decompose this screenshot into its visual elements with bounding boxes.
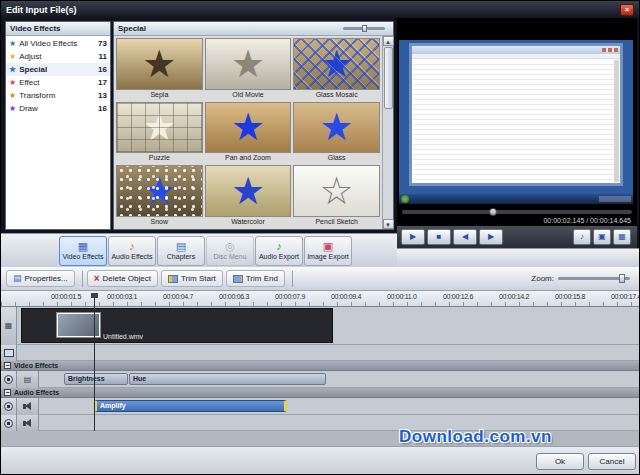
stop-button[interactable]: ■ xyxy=(427,229,451,245)
video-effects-track-row: ▤ BrightnessHue xyxy=(1,371,640,388)
video-effects-lane[interactable]: BrightnessHue xyxy=(39,371,640,388)
effect-thumbnail[interactable]: ★Glass xyxy=(293,102,380,164)
video-track-lane[interactable]: Untitled.wmv xyxy=(17,307,640,345)
slider-handle[interactable] xyxy=(362,25,367,32)
eye-icon[interactable] xyxy=(4,375,13,384)
video-effects-group-header[interactable]: − Video Effects xyxy=(1,361,640,371)
seek-handle[interactable] xyxy=(489,208,497,216)
tab-audio-effects[interactable]: ♪Audio Effects xyxy=(108,236,156,266)
eye-icon[interactable] xyxy=(4,402,13,411)
effect-clip-brightness[interactable]: Brightness xyxy=(64,373,128,385)
collapse-icon[interactable]: − xyxy=(4,362,11,369)
effect-thumbnail[interactable]: ☆Pencil Sketch xyxy=(293,165,380,227)
audio-effect-clip-amplify[interactable]: Amplify xyxy=(94,400,287,412)
video-effects-gutter xyxy=(1,371,17,388)
tab-chapters[interactable]: ▤Chapters xyxy=(157,236,205,266)
effects-category-item[interactable]: ★Transform13 xyxy=(6,89,110,102)
ruler-tick-label: 00:00:17.4 xyxy=(611,293,640,300)
transition-track-icon xyxy=(4,349,14,357)
play-button[interactable]: ▶ xyxy=(401,229,425,245)
cancel-button[interactable]: Cancel xyxy=(588,453,636,470)
scrollbar-thumb[interactable] xyxy=(384,47,393,109)
timeline-zoom-slider[interactable] xyxy=(558,277,630,280)
effect-clip-hue[interactable]: Hue xyxy=(129,373,326,385)
effect-thumbnail[interactable]: ★Old Movie xyxy=(205,38,292,100)
delete-object-button[interactable]: × Delete Object xyxy=(87,270,158,287)
effects-category-item[interactable]: ★Draw16 xyxy=(6,102,110,115)
display-mode-button[interactable]: ▦ xyxy=(613,229,631,245)
delete-object-label: Delete Object xyxy=(103,274,151,283)
effect-thumbnail[interactable]: ★Pan and Zoom xyxy=(205,102,292,164)
video-effects-panel: Video Effects ★All Video Effects73★Adjus… xyxy=(5,21,111,230)
ok-button[interactable]: Ok xyxy=(536,453,584,470)
preview-bottom-strip xyxy=(397,248,640,267)
film-icon: ▦ xyxy=(5,322,13,330)
footer-bar: Ok Cancel xyxy=(1,446,640,475)
effect-preview: ★ xyxy=(205,38,292,90)
volume-button[interactable]: ♪ xyxy=(573,229,591,245)
title-bar[interactable]: Edit Input File(s) × xyxy=(1,1,639,18)
stop-icon: ■ xyxy=(437,233,442,241)
properties-button[interactable]: ▤ Properties... xyxy=(6,270,75,287)
effect-thumbnail[interactable]: ★Watercolor xyxy=(205,165,292,227)
next-frame-button[interactable]: ▶ xyxy=(479,229,503,245)
audio-effects-lane[interactable]: Amplify xyxy=(39,398,640,415)
trim-start-button[interactable]: Trim Start xyxy=(161,270,223,287)
effect-preview: ★ xyxy=(293,38,380,90)
effect-thumbnail[interactable]: ★Sepia xyxy=(116,38,203,100)
transition-track-lane[interactable] xyxy=(17,345,640,361)
transition-track-row xyxy=(1,345,640,361)
category-label: Draw xyxy=(19,104,98,113)
gallery-scrollbar[interactable]: ▲ ▼ xyxy=(382,36,393,229)
zoom-slider-handle[interactable] xyxy=(619,274,625,283)
video-clip[interactable]: Untitled.wmv xyxy=(21,308,333,343)
effects-category-item[interactable]: ★Special16 xyxy=(6,63,110,76)
effects-thumbnail-grid: ★Sepia★Old Movie★Glass Mosaic★Puzzle★Pan… xyxy=(114,36,382,229)
category-count: 17 xyxy=(98,78,107,87)
tab-audio-export[interactable]: ♪Audio Export xyxy=(255,236,303,266)
toolbar-separator xyxy=(292,271,293,287)
tab-image-export[interactable]: ▣Image Export xyxy=(304,236,352,266)
previous-frame-button[interactable]: ◀ xyxy=(453,229,477,245)
trim-start-icon xyxy=(168,275,178,283)
category-count: 13 xyxy=(98,91,107,100)
audio-track-type-cell xyxy=(17,415,39,431)
effect-thumbnail[interactable]: ★Snow xyxy=(116,165,203,227)
star-icon: ★ xyxy=(294,103,379,153)
collapse-icon[interactable]: − xyxy=(4,389,11,396)
ruler-tick-label: 00:00:01.5 xyxy=(51,293,81,300)
chapters-icon: ▤ xyxy=(176,241,186,252)
close-button[interactable]: × xyxy=(620,4,634,16)
effect-thumbnail[interactable]: ★Puzzle xyxy=(116,102,203,164)
audio-effects-track-row: Amplify xyxy=(1,398,640,415)
ruler-tick-label: 00:00:15.8 xyxy=(555,293,585,300)
star-icon: ★ xyxy=(294,39,379,89)
effect-thumbnail[interactable]: ★Glass Mosaic xyxy=(293,38,380,100)
tab-label: Image Export xyxy=(307,253,349,261)
tab-video-effects[interactable]: ▦Video Effects xyxy=(59,236,107,266)
effects-category-item[interactable]: ★Effect17 xyxy=(6,76,110,89)
scroll-down-icon[interactable]: ▼ xyxy=(383,219,394,229)
playhead[interactable] xyxy=(94,293,95,431)
seek-bar[interactable] xyxy=(402,210,632,214)
effects-category-item[interactable]: ★All Video Effects73 xyxy=(6,37,110,50)
category-label: Effect xyxy=(19,78,98,87)
edit-input-files-dialog: Edit Input File(s) × Video Effects ★All … xyxy=(0,0,640,475)
audio-effects-group-header[interactable]: − Audio Effects xyxy=(1,388,640,398)
effect-preview: ★ xyxy=(293,102,380,154)
effects-category-item[interactable]: ★Adjust11 xyxy=(6,50,110,63)
play-icon: ▶ xyxy=(410,233,416,241)
zoom-label: Zoom: xyxy=(531,274,554,283)
scroll-up-icon[interactable]: ▲ xyxy=(383,36,394,46)
category-star-icon: ★ xyxy=(9,79,16,87)
thumbnail-size-slider[interactable] xyxy=(343,27,385,30)
snapshot-button[interactable]: ▣ xyxy=(593,229,611,245)
eye-icon[interactable] xyxy=(4,419,13,428)
star-icon: ☆ xyxy=(294,166,379,216)
category-star-icon: ★ xyxy=(9,53,16,61)
effect-track-icon: ▤ xyxy=(24,376,32,384)
preview-panel: 00:00:02.145 / 00:00:14.645 ▶ ■ ◀ ▶ ♪ ▣ … xyxy=(397,18,637,248)
trim-end-button[interactable]: Trim End xyxy=(226,270,285,287)
star-icon: ★ xyxy=(206,103,291,153)
video-track-gutter: ▦ xyxy=(1,307,17,345)
